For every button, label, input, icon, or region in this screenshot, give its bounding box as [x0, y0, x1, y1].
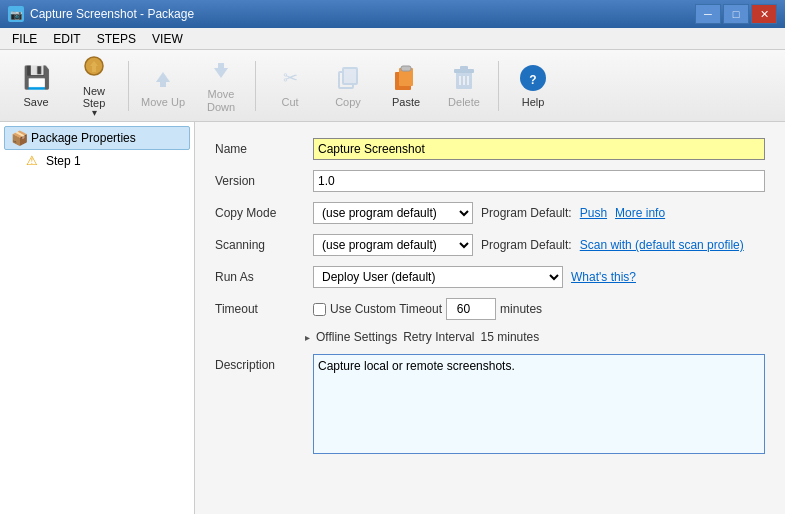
scanning-label: Scanning — [215, 238, 305, 252]
sidebar-item-step-1[interactable]: ⚠ Step 1 — [20, 150, 190, 171]
delete-icon — [448, 62, 480, 94]
maximize-button[interactable]: □ — [723, 4, 749, 24]
run-as-wrap: Deploy User (default) What's this? — [313, 266, 765, 288]
new-step-icon — [78, 53, 110, 83]
new-step-button[interactable]: New Step ▾ — [66, 56, 122, 116]
run-as-link[interactable]: What's this? — [571, 270, 636, 284]
copy-mode-select[interactable]: (use program default) — [313, 202, 473, 224]
copy-mode-label: Copy Mode — [215, 206, 305, 220]
left-panel: 📦 Package Properties ⚠ Step 1 — [0, 122, 195, 514]
scanning-wrap: (use program default) Program Default: S… — [313, 234, 765, 256]
help-icon: ? — [517, 62, 549, 94]
main-content: 📦 Package Properties ⚠ Step 1 Name Versi… — [0, 122, 785, 514]
help-label: Help — [522, 96, 545, 108]
svg-rect-1 — [92, 65, 96, 72]
move-down-label: Move Down — [198, 88, 244, 112]
title-bar-left: 📷 Capture Screenshot - Package — [8, 6, 194, 22]
svg-rect-5 — [343, 68, 357, 84]
new-step-label: New Step — [71, 85, 117, 109]
description-textarea[interactable] — [313, 354, 765, 454]
paste-button[interactable]: Paste — [378, 56, 434, 116]
name-row: Name — [215, 138, 765, 160]
cut-icon: ✂ — [274, 62, 306, 94]
copy-icon — [332, 62, 364, 94]
move-up-button[interactable]: Move Up — [135, 56, 191, 116]
copy-mode-row: Copy Mode (use program default) Program … — [215, 202, 765, 224]
move-down-button[interactable]: Move Down — [193, 56, 249, 116]
new-step-label-wrap: New Step ▾ — [71, 85, 117, 118]
toolbar-sep-3 — [498, 61, 499, 111]
close-button[interactable]: ✕ — [751, 4, 777, 24]
name-input[interactable] — [313, 138, 765, 160]
version-row: Version — [215, 170, 765, 192]
version-label: Version — [215, 174, 305, 188]
timeout-row: Timeout Use Custom Timeout minutes — [215, 298, 765, 320]
delete-label: Delete — [448, 96, 480, 108]
paste-label: Paste — [392, 96, 420, 108]
save-icon: 💾 — [20, 62, 52, 94]
menu-view[interactable]: VIEW — [144, 30, 191, 48]
timeout-label: Timeout — [215, 302, 305, 316]
copy-mode-note: Program Default: — [481, 206, 572, 220]
scanning-select[interactable]: (use program default) — [313, 234, 473, 256]
timeout-checkbox-wrap: Use Custom Timeout minutes — [313, 298, 542, 320]
move-down-icon — [205, 58, 237, 86]
scanning-link[interactable]: Scan with (default scan profile) — [580, 238, 744, 252]
title-bar-controls: ─ □ ✕ — [695, 4, 777, 24]
move-up-label: Move Up — [141, 96, 185, 108]
run-as-row: Run As Deploy User (default) What's this… — [215, 266, 765, 288]
offline-retry-label: Retry Interval — [403, 330, 474, 344]
svg-rect-8 — [401, 66, 411, 71]
timeout-unit: minutes — [500, 302, 542, 316]
description-row: Description — [215, 354, 765, 454]
svg-rect-11 — [460, 66, 468, 70]
title-bar-text: Capture Screenshot - Package — [30, 7, 194, 21]
sidebar-item-package-properties[interactable]: 📦 Package Properties — [4, 126, 190, 150]
cut-button[interactable]: ✂ Cut — [262, 56, 318, 116]
help-button[interactable]: ? Help — [505, 56, 561, 116]
copy-mode-more-info[interactable]: More info — [615, 206, 665, 220]
move-up-icon — [147, 62, 179, 94]
save-label: Save — [23, 96, 48, 108]
copy-button[interactable]: Copy — [320, 56, 376, 116]
app-icon: 📷 — [8, 6, 24, 22]
title-bar: 📷 Capture Screenshot - Package ─ □ ✕ — [0, 0, 785, 28]
new-step-dropdown-arrow: ▾ — [92, 107, 97, 118]
timeout-checkbox[interactable] — [313, 303, 326, 316]
menu-bar: FILE EDIT STEPS VIEW — [0, 28, 785, 50]
cut-label: Cut — [281, 96, 298, 108]
delete-button[interactable]: Delete — [436, 56, 492, 116]
package-properties-label: Package Properties — [31, 131, 136, 145]
copy-mode-push-link[interactable]: Push — [580, 206, 607, 220]
copy-mode-wrap: (use program default) Program Default: P… — [313, 202, 765, 224]
step-1-label: Step 1 — [46, 154, 81, 168]
svg-text:?: ? — [529, 73, 536, 87]
description-label: Description — [215, 354, 305, 372]
timeout-value-input[interactable] — [446, 298, 496, 320]
offline-retry-value: 15 minutes — [481, 330, 540, 344]
paste-icon — [390, 62, 422, 94]
name-label: Name — [215, 142, 305, 156]
svg-rect-2 — [160, 80, 166, 87]
toolbar: 💾 Save New Step ▾ Move Up — [0, 50, 785, 122]
run-as-select[interactable]: Deploy User (default) — [313, 266, 563, 288]
offline-settings-row: ▸ Offline Settings Retry Interval 15 min… — [215, 330, 765, 344]
menu-edit[interactable]: EDIT — [45, 30, 88, 48]
version-input[interactable] — [313, 170, 765, 192]
copy-label: Copy — [335, 96, 361, 108]
menu-file[interactable]: FILE — [4, 30, 45, 48]
package-icon: 📦 — [11, 130, 27, 146]
menu-steps[interactable]: STEPS — [89, 30, 144, 48]
run-as-label: Run As — [215, 270, 305, 284]
offline-toggle[interactable]: ▸ — [305, 332, 310, 343]
right-panel: Name Version Copy Mode (use program defa… — [195, 122, 785, 514]
timeout-check-label: Use Custom Timeout — [330, 302, 442, 316]
minimize-button[interactable]: ─ — [695, 4, 721, 24]
toolbar-sep-2 — [255, 61, 256, 111]
toolbar-sep-1 — [128, 61, 129, 111]
warning-icon: ⚠ — [26, 153, 42, 168]
scanning-row: Scanning (use program default) Program D… — [215, 234, 765, 256]
offline-label: Offline Settings — [316, 330, 397, 344]
scanning-note: Program Default: — [481, 238, 572, 252]
save-button[interactable]: 💾 Save — [8, 56, 64, 116]
